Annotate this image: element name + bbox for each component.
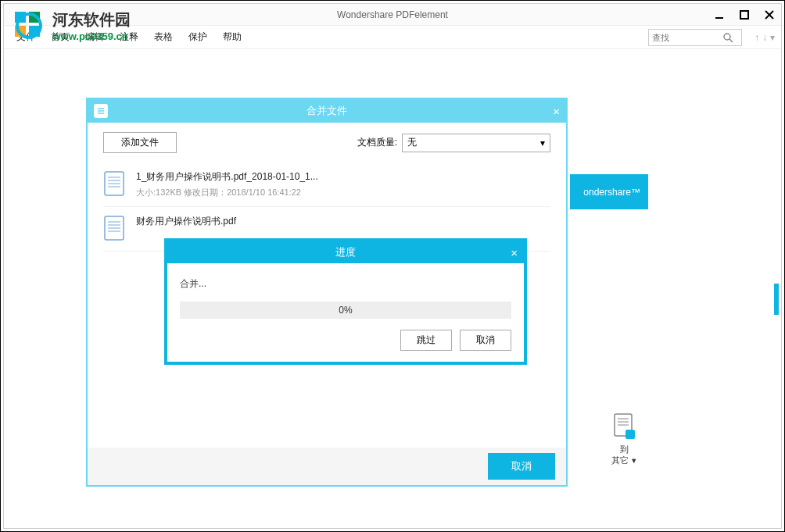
nav-down-icon[interactable]: ↓ xyxy=(762,32,767,43)
progress-dialog-close-button[interactable]: × xyxy=(511,246,518,259)
side-tool-convert[interactable]: 到 其它 ▾ xyxy=(611,412,636,466)
edge-accent-bar xyxy=(774,284,779,315)
pdf-file-icon xyxy=(103,170,127,198)
minimize-button[interactable] xyxy=(714,9,725,20)
menu-annotate[interactable]: 注释 xyxy=(112,26,146,48)
search-box[interactable] xyxy=(648,29,742,46)
svg-rect-15 xyxy=(625,430,635,439)
nav-up-icon[interactable]: ↑ xyxy=(755,32,759,43)
svg-rect-6 xyxy=(740,11,748,19)
progress-label: 合并... xyxy=(180,277,511,291)
skip-button[interactable]: 跳过 xyxy=(400,330,452,351)
nav-dropdown-icon[interactable]: ▾ xyxy=(770,32,775,43)
maximize-button[interactable] xyxy=(739,9,750,20)
merge-cancel-button[interactable]: 取消 xyxy=(488,453,555,480)
quality-row: 文档质量: 无 ▾ xyxy=(357,134,550,152)
pdf-file-icon xyxy=(103,215,127,243)
add-file-button[interactable]: 添加文件 xyxy=(103,132,177,153)
merge-dialog-title: 合并文件 xyxy=(306,104,347,118)
menu-edit[interactable]: 编辑 xyxy=(77,26,112,48)
file-info: 1_财务用户操作说明书.pdf_2018-01-10_1... 大小:132KB… xyxy=(136,170,318,198)
progress-cancel-button[interactable]: 取消 xyxy=(460,330,511,351)
window-controls xyxy=(714,9,775,20)
svg-line-10 xyxy=(729,39,733,42)
titlebar: Wondershare PDFelement xyxy=(4,4,781,26)
quality-label: 文档质量: xyxy=(357,136,397,149)
menu-table[interactable]: 表格 xyxy=(146,26,181,48)
search-input[interactable] xyxy=(652,33,722,42)
file-meta: 大小:132KB 修改日期：2018/1/10 16:41:22 xyxy=(136,187,318,198)
menu-protect[interactable]: 保护 xyxy=(181,26,215,48)
merge-dialog-footer: 取消 xyxy=(88,448,566,485)
chevron-down-icon: ▾ xyxy=(540,137,545,148)
merge-dialog-toolbar: 添加文件 文档质量: 无 ▾ xyxy=(88,123,566,162)
progress-bar: 0% xyxy=(180,302,511,319)
nav-arrows: ↑ ↓ ▾ xyxy=(755,32,775,43)
merge-dialog-header: 合并文件 × xyxy=(88,99,566,123)
file-name: 1_财务用户操作说明书.pdf_2018-01-10_1... xyxy=(136,170,318,184)
progress-percent: 0% xyxy=(339,305,352,316)
progress-actions: 跳过 取消 xyxy=(180,330,511,351)
progress-dialog-header: 进度 × xyxy=(167,241,524,263)
progress-dialog: 进度 × 合并... 0% 跳过 取消 xyxy=(164,238,527,365)
menu-home[interactable]: 首页 xyxy=(43,26,77,48)
close-button[interactable] xyxy=(764,9,775,20)
window-title: Wondershare PDFelement xyxy=(337,9,448,20)
quality-select[interactable]: 无 ▾ xyxy=(402,134,550,152)
side-tool-label: 到 其它 ▾ xyxy=(611,444,636,466)
list-item[interactable]: 1_财务用户操作说明书.pdf_2018-01-10_1... 大小:132KB… xyxy=(103,162,550,207)
file-name: 财务用户操作说明书.pdf xyxy=(136,215,236,228)
menubar: 文件 首页 编辑 注释 表格 保护 帮助 ↑ ↓ ▾ xyxy=(4,26,781,49)
chevron-down-icon: ▾ xyxy=(632,455,636,465)
background-brand-panel: ondershare™ xyxy=(570,174,648,209)
quality-value: 无 xyxy=(407,136,417,149)
menu-help[interactable]: 帮助 xyxy=(215,26,249,48)
progress-dialog-title: 进度 xyxy=(335,245,356,259)
brand-text: ondershare™ xyxy=(583,187,640,198)
svg-point-9 xyxy=(724,34,730,40)
document-export-icon xyxy=(611,412,636,441)
search-icon[interactable] xyxy=(722,32,733,43)
progress-dialog-body: 合并... 0% 跳过 取消 xyxy=(167,263,524,362)
file-info: 财务用户操作说明书.pdf xyxy=(136,215,236,231)
merge-dialog-icon xyxy=(94,104,108,118)
merge-dialog-close-button[interactable]: × xyxy=(553,105,560,118)
menu-file[interactable]: 文件 xyxy=(9,26,43,48)
